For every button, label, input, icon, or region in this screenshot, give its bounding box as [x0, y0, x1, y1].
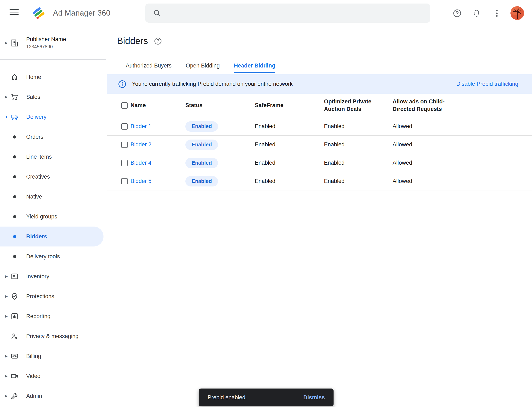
sidebar-item-home[interactable]: Home	[0, 67, 104, 87]
chevron-right-icon: ▶	[3, 295, 9, 298]
row-checkbox[interactable]	[121, 142, 128, 148]
column-header-private-auction: Optimized Private Auction Deals	[324, 98, 375, 113]
menu-icon[interactable]	[9, 9, 19, 17]
toast-message: Prebid enabled.	[208, 394, 247, 401]
tab-open-bidding[interactable]: Open Bidding	[179, 58, 227, 73]
search-bar[interactable]	[145, 4, 430, 23]
page-help-button[interactable]	[154, 37, 162, 45]
tab-authorized-buyers[interactable]: Authorized Buyers	[119, 58, 179, 73]
publisher-selector[interactable]: ▶ Publisher Name 1234567890	[0, 26, 106, 60]
bidder-link[interactable]: Bidder 5	[130, 178, 152, 184]
help-button[interactable]	[452, 8, 462, 18]
bullet-icon	[9, 195, 20, 198]
sidebar-item-native[interactable]: Native	[0, 187, 104, 207]
bidder-link[interactable]: Bidder 4	[130, 160, 152, 166]
help-circle-icon	[154, 37, 162, 45]
page-title: Bidders	[117, 36, 148, 46]
row-checkbox[interactable]	[121, 178, 128, 184]
snackbar-toast: Prebid enabled. Dismiss	[199, 389, 334, 406]
sidebar-item-reporting[interactable]: ▶ Reporting	[0, 306, 104, 326]
status-badge: Enabled	[185, 176, 218, 187]
safeframe-value: Enabled	[255, 160, 324, 166]
table-row: Bidder 2 Enabled Enabled Enabled Allowed	[107, 136, 532, 154]
home-icon	[9, 73, 20, 81]
publisher-id: 1234567890	[26, 44, 66, 50]
top-app-bar: Ad Manager 360	[0, 0, 532, 26]
child-directed-value: Allowed	[393, 178, 532, 184]
status-badge: Enabled	[185, 158, 218, 168]
search-input[interactable]	[166, 10, 430, 16]
tab-bar: Authorized Buyers Open Bidding Header Bi…	[107, 58, 532, 73]
sidebar-item-line-items[interactable]: Line items	[0, 147, 104, 167]
safeframe-value: Enabled	[255, 123, 324, 130]
chevron-down-icon: ▼	[3, 115, 9, 118]
row-checkbox[interactable]	[121, 160, 128, 166]
private-auction-value: Enabled	[324, 178, 393, 184]
sidebar-item-protections[interactable]: ▶ Protections	[0, 286, 104, 306]
sidebar-item-delivery[interactable]: ▼ Delivery	[0, 107, 104, 127]
table-row: Bidder 4 Enabled Enabled Enabled Allowed	[107, 154, 532, 172]
wrench-icon	[9, 392, 20, 400]
account-avatar[interactable]	[510, 6, 524, 20]
sidebar-item-billing[interactable]: ▶ Billing	[0, 346, 104, 366]
bidder-link[interactable]: Bidder 2	[130, 141, 152, 148]
disable-prebid-link[interactable]: Disable Prebid trafficking	[456, 81, 518, 87]
chevron-right-icon: ▶	[3, 95, 9, 99]
status-badge: Enabled	[185, 121, 218, 132]
building-icon	[9, 39, 20, 47]
bell-icon	[472, 9, 481, 18]
bidder-link[interactable]: Bidder 1	[130, 123, 152, 129]
sidebar-item-orders[interactable]: Orders	[0, 127, 104, 147]
sidebar-item-creatives[interactable]: Creatives	[0, 167, 104, 187]
chevron-right-icon: ▶	[3, 374, 9, 378]
tab-header-bidding[interactable]: Header Bidding	[227, 58, 282, 73]
chevron-right-icon: ▶	[3, 275, 9, 278]
bullet-icon	[9, 155, 20, 158]
nav-list: Home ▶ Sales ▼	[0, 60, 106, 406]
publisher-name: Publisher Name	[26, 36, 66, 43]
chevron-right-icon: ▶	[3, 354, 9, 358]
safeframe-value: Enabled	[255, 141, 324, 148]
row-checkbox[interactable]	[121, 123, 128, 130]
search-icon	[153, 9, 161, 17]
inventory-icon	[9, 272, 20, 281]
more-options-button[interactable]	[492, 8, 502, 18]
chevron-right-icon: ▶	[3, 41, 9, 45]
bullet-icon	[9, 235, 20, 238]
private-auction-value: Enabled	[324, 160, 393, 166]
billing-icon	[9, 352, 20, 360]
table-header-row: Name Status SafeFrame Optimized Private …	[107, 94, 532, 117]
dismiss-button[interactable]: Dismiss	[303, 394, 325, 401]
shield-icon	[9, 292, 20, 300]
bullet-icon	[9, 135, 20, 139]
private-auction-value: Enabled	[324, 141, 393, 148]
truck-icon	[9, 113, 20, 121]
sidebar-item-privacy-messaging[interactable]: Privacy & messaging	[0, 326, 104, 346]
main-content: Bidders Authorized Buyers Open Bidding H…	[107, 26, 532, 407]
column-header-safeframe: SafeFrame	[255, 102, 324, 109]
sidebar-item-delivery-tools[interactable]: Delivery tools	[0, 246, 104, 266]
bullet-icon	[9, 215, 20, 218]
sidebar-item-video[interactable]: ▶ Video	[0, 366, 104, 386]
sidebar-item-inventory[interactable]: ▶ Inventory	[0, 266, 104, 286]
status-badge: Enabled	[185, 140, 218, 150]
column-header-name: Name	[130, 102, 185, 109]
notifications-button[interactable]	[472, 8, 482, 18]
cart-icon	[9, 93, 20, 101]
select-all-checkbox[interactable]	[121, 102, 128, 109]
prebid-info-banner: You're currently trafficking Prebid dema…	[107, 74, 532, 94]
safeframe-value: Enabled	[255, 178, 324, 184]
table-row: Bidder 5 Enabled Enabled Enabled Allowed	[107, 172, 532, 190]
avatar-palm-icon	[510, 6, 524, 20]
sidebar-nav: ▶ Publisher Name 1234567890	[0, 26, 106, 407]
chevron-right-icon: ▶	[3, 315, 9, 318]
sidebar-item-yield-groups[interactable]: Yield groups	[0, 207, 104, 227]
sidebar-item-admin[interactable]: ▶ Admin	[0, 386, 104, 406]
banner-message: You're currently trafficking Prebid dema…	[132, 81, 293, 87]
person-icon	[9, 332, 20, 340]
ad-manager-page: Ad Manager 360	[0, 0, 532, 407]
bullet-icon	[9, 175, 20, 178]
child-directed-value: Allowed	[393, 160, 532, 166]
sidebar-item-sales[interactable]: ▶ Sales	[0, 87, 104, 107]
sidebar-item-bidders[interactable]: Bidders	[0, 227, 104, 246]
